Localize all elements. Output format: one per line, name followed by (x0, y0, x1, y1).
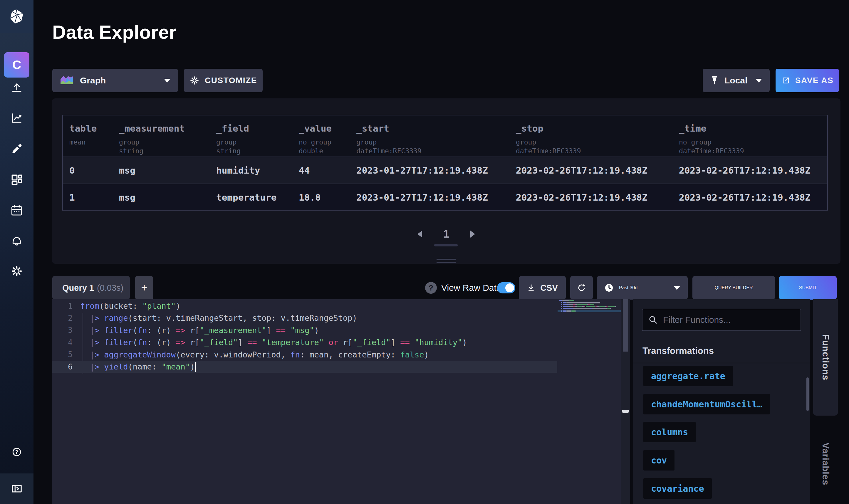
sidebar-item-settings[interactable] (0, 258, 34, 284)
view-type-label: Graph (80, 75, 106, 86)
avatar-initial: C (12, 58, 21, 72)
function-search-input[interactable] (663, 314, 795, 325)
save-as-label: SAVE AS (795, 76, 833, 85)
functions-scrollbar-thumb[interactable] (807, 377, 809, 411)
expand-sidebar-icon (10, 482, 23, 496)
chevron-down-icon (164, 79, 170, 83)
minimap-line (558, 310, 621, 312)
column-header: _timeno groupdateTime:RFC3339 (679, 123, 744, 155)
save-as-button[interactable]: SAVE AS (776, 69, 839, 92)
function-pill[interactable]: chandeMomentumOscill… (643, 394, 770, 414)
sidebar-item-dashboards[interactable] (0, 166, 34, 193)
time-range-dropdown[interactable]: Past 30d (597, 276, 688, 300)
functions-section-title: Transformations (643, 346, 714, 356)
code-line: 6 |> yield(name: "mean") (52, 361, 557, 373)
query-tab-duration: (0.03s) (97, 283, 123, 293)
table-cell: 2023-02-26T17:12:19.438Z (516, 184, 648, 211)
table-row: 0msghumidity442023-01-27T17:12:19.438Z20… (63, 157, 827, 184)
table-cell: 18.8 (299, 184, 321, 211)
minimap-line (558, 308, 621, 309)
divider (633, 363, 810, 363)
influxdb-logo[interactable] (0, 0, 34, 33)
search-icon (648, 315, 658, 325)
minimap-line (558, 302, 621, 303)
time-range-label: Past 30d (619, 285, 637, 290)
table-cell: msg (119, 157, 136, 184)
sidebar-item-help[interactable]: ? (0, 439, 34, 465)
column-header: _valueno groupdouble (299, 123, 332, 155)
query-builder-label: QUERY BUILDER (715, 285, 753, 290)
sidebar-item-notebooks[interactable] (0, 136, 34, 162)
export-icon (781, 76, 791, 85)
function-pill[interactable]: covariance (643, 478, 712, 499)
add-query-button[interactable]: + (135, 276, 153, 300)
code-line: 1from(bucket: "plant") (52, 300, 557, 312)
chevron-down-icon (674, 286, 680, 290)
scope-label: Local (724, 75, 747, 86)
flux-code-editor[interactable]: 1from(bucket: "plant")2 |> range(start: … (52, 299, 630, 504)
text-cursor (195, 362, 196, 372)
code-line: 2 |> range(start: v.timeRangeStart, stop… (52, 312, 557, 324)
editor-scrollbar-thumb[interactable] (623, 299, 628, 352)
function-pill[interactable]: cov (643, 450, 674, 470)
dashboards-grid-icon (10, 173, 24, 187)
raw-data-table: tablemean_measurementgroupstring_fieldgr… (62, 115, 828, 211)
table-cell: 2023-02-26T17:12:19.438Z (679, 157, 811, 184)
customize-button[interactable]: CUSTOMIZE (184, 69, 263, 92)
table-cell: msg (119, 184, 136, 211)
column-header: _fieldgroupstring (216, 123, 249, 155)
bell-icon (10, 234, 24, 248)
previous-page-icon[interactable] (417, 231, 422, 238)
tab-variables-label: Variables (820, 443, 831, 485)
sidebar-item-tasks[interactable] (0, 197, 34, 224)
gear-icon (10, 264, 24, 278)
svg-text:?: ? (15, 449, 18, 455)
query-tab[interactable]: Query 1 (0.03s) (52, 276, 130, 300)
sidebar-item-alerts[interactable] (0, 228, 34, 254)
line-chart-icon (10, 111, 24, 125)
code-line: 4 |> filter(fn: (r) => r["_field"] == "t… (52, 336, 557, 348)
upload-icon (10, 80, 24, 94)
function-pill[interactable]: columns (643, 422, 696, 442)
sidebar-item-upload[interactable] (0, 74, 34, 101)
editor-scroll-gutter (621, 299, 630, 504)
tab-variables[interactable]: Variables (813, 423, 838, 504)
csv-download-button[interactable]: CSV (519, 276, 566, 300)
submit-button[interactable]: SUBMIT (779, 276, 837, 300)
view-type-dropdown[interactable]: Graph (52, 69, 178, 92)
table-cell: 0 (69, 157, 75, 184)
code-lines: 1from(bucket: "plant")2 |> range(start: … (52, 300, 557, 373)
sidebar-item-data-explorer[interactable] (0, 105, 34, 131)
table-cell: 2023-01-27T17:12:19.438Z (356, 157, 488, 184)
view-raw-data-label: View Raw Data (441, 276, 502, 300)
data-explorer-page: C (0, 0, 849, 504)
table-cell: 2023-02-26T17:12:19.438Z (679, 184, 811, 211)
current-page-number: 1 (443, 228, 450, 240)
help-icon: ? (10, 445, 24, 459)
influxdb-cube-icon (8, 8, 25, 25)
table-scrollbar[interactable] (434, 244, 458, 247)
view-raw-data-toggle[interactable] (497, 282, 515, 293)
table-cell: 2023-01-27T17:12:19.438Z (356, 184, 488, 211)
scope-dropdown[interactable]: Local (703, 69, 770, 92)
visualization-panel: tablemean_measurementgroupstring_fieldgr… (52, 98, 841, 264)
tab-functions[interactable]: Functions (813, 299, 838, 416)
editor-minimap[interactable] (558, 300, 621, 312)
line-number: 4 (52, 338, 80, 347)
function-pill[interactable]: aggregate.rate (643, 366, 733, 386)
table-header-row: tablemean_measurementgroupstring_fieldgr… (63, 115, 827, 157)
function-search-box[interactable] (642, 309, 801, 331)
customize-label: CUSTOMIZE (205, 76, 257, 85)
sidebar-expand-strip[interactable] (0, 473, 34, 504)
query-builder-button[interactable]: QUERY BUILDER (692, 276, 775, 300)
chevron-down-icon (756, 79, 762, 83)
panel-resize-handle[interactable] (436, 259, 456, 265)
view-raw-data-help-icon[interactable]: ? (425, 282, 437, 294)
gear-icon (189, 75, 199, 86)
next-page-icon[interactable] (470, 231, 475, 238)
editor-divider-handle[interactable] (622, 410, 629, 413)
refresh-button[interactable] (570, 276, 593, 300)
refresh-icon (577, 283, 586, 292)
column-header: tablemean (69, 123, 97, 147)
minimap-line (558, 306, 621, 307)
